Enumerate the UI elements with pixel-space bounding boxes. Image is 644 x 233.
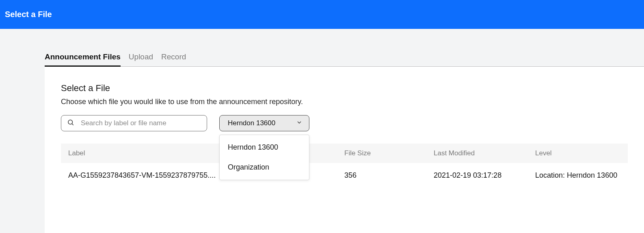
tabs-container: Announcement Files Upload Record — [45, 52, 644, 67]
cell-level: Location: Herndon 13600 — [535, 171, 620, 180]
col-header-level: Level — [535, 149, 620, 157]
chevron-down-icon — [296, 119, 303, 128]
filter-option-organization[interactable]: Organization — [220, 157, 309, 177]
search-box[interactable] — [61, 115, 207, 131]
table-row[interactable]: AA-G1559237843657-VM-1559237879755.... 3… — [61, 163, 628, 188]
files-table: Label File Size Last Modified Level AA-G… — [61, 144, 628, 188]
panel-description: Choose which file you would like to use … — [61, 98, 628, 106]
filter-dropdown-button[interactable]: Herndon 13600 — [219, 115, 309, 131]
filter-option-herndon-13600[interactable]: Herndon 13600 — [220, 137, 309, 157]
controls-row: Herndon 13600 Herndon 13600 Organization — [61, 115, 628, 131]
tab-upload[interactable]: Upload — [129, 52, 153, 66]
col-header-size: File Size — [344, 149, 434, 157]
panel-heading: Select a File — [61, 83, 628, 94]
col-header-modified: Last Modified — [434, 149, 535, 157]
top-bar-title: Select a File — [5, 10, 52, 19]
filter-dropdown-menu: Herndon 13600 Organization — [219, 135, 309, 180]
cell-size: 356 — [344, 171, 434, 180]
cell-modified: 2021-02-19 03:17:28 — [434, 171, 535, 180]
top-bar: Select a File — [0, 0, 644, 29]
main-panel: Select a File Choose which file you woul… — [45, 67, 644, 233]
search-input[interactable] — [81, 119, 201, 127]
tab-record[interactable]: Record — [161, 52, 186, 66]
filter-dropdown: Herndon 13600 Herndon 13600 Organization — [219, 115, 309, 131]
svg-point-0 — [68, 120, 73, 124]
table-header-row: Label File Size Last Modified Level — [61, 144, 628, 163]
svg-line-1 — [72, 124, 73, 125]
page: Announcement Files Upload Record Select … — [0, 52, 644, 233]
tab-announcement-files[interactable]: Announcement Files — [45, 52, 121, 67]
search-icon — [67, 119, 81, 128]
filter-selected-label: Herndon 13600 — [228, 119, 275, 127]
tabs: Announcement Files Upload Record — [45, 52, 644, 66]
